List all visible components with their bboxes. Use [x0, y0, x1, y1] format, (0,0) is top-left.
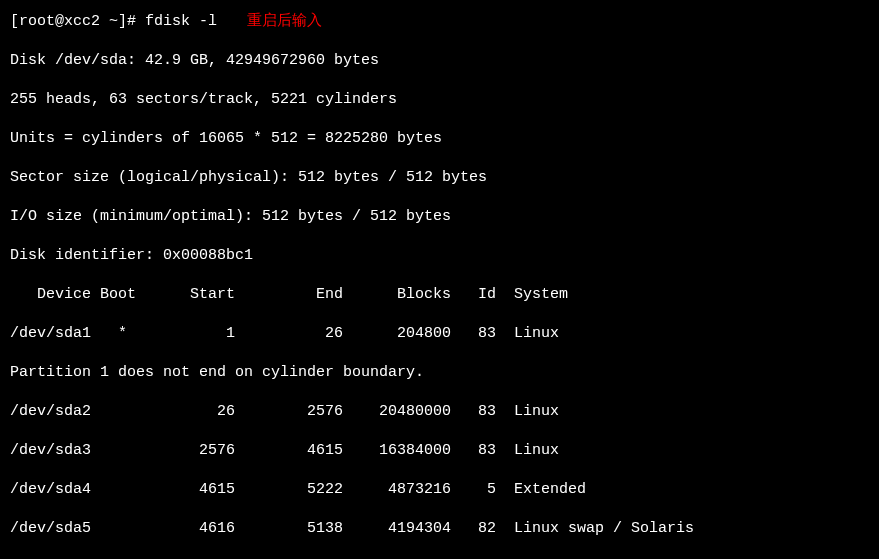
annotation-restart: 重启后输入: [247, 10, 322, 30]
partition-row-sda1: /dev/sda1 * 1 26 204800 83 Linux: [10, 324, 869, 344]
disk-sda-units: Units = cylinders of 16065 * 512 = 82252…: [10, 129, 869, 149]
partition-table-header: Device Boot Start End Blocks Id System: [10, 285, 869, 305]
disk-sda-sector: Sector size (logical/physical): 512 byte…: [10, 168, 869, 188]
partition-row-sda2: /dev/sda2 26 2576 20480000 83 Linux: [10, 402, 869, 422]
disk-sda-identifier: Disk identifier: 0x00088bc1: [10, 246, 869, 266]
shell-prompt: [root@xcc2 ~]#: [10, 12, 145, 32]
disk-sda-geometry: 255 heads, 63 sectors/track, 5221 cylind…: [10, 90, 869, 110]
partition-row-sda3: /dev/sda3 2576 4615 16384000 83 Linux: [10, 441, 869, 461]
disk-sda-header: Disk /dev/sda: 42.9 GB, 42949672960 byte…: [10, 51, 869, 71]
partition-warning: Partition 1 does not end on cylinder bou…: [10, 363, 869, 383]
command-input[interactable]: fdisk -l: [145, 12, 217, 32]
partition-row-sda4: /dev/sda4 4615 5222 4873216 5 Extended: [10, 480, 869, 500]
partition-row-sda5: /dev/sda5 4616 5138 4194304 82 Linux swa…: [10, 519, 869, 539]
disk-sda-io: I/O size (minimum/optimal): 512 bytes / …: [10, 207, 869, 227]
